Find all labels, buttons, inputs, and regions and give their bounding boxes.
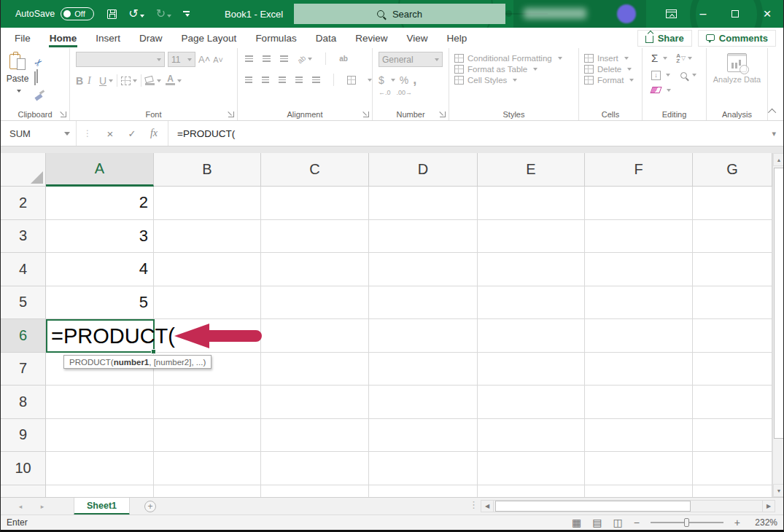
cell[interactable] [154, 286, 261, 320]
cell[interactable] [154, 485, 261, 498]
page-layout-view-button[interactable]: ▤ [592, 517, 602, 528]
tab-file[interactable]: File [1, 28, 40, 48]
row-header-4[interactable]: 4 [1, 253, 46, 286]
cell[interactable] [46, 419, 154, 453]
cell[interactable] [46, 452, 154, 485]
format-as-table-button[interactable]: Format as Table [454, 65, 578, 74]
cell[interactable] [261, 386, 369, 419]
cell[interactable] [369, 485, 478, 498]
underline-button[interactable]: U [99, 75, 106, 87]
copy-button[interactable] [34, 72, 44, 85]
align-center-icon[interactable] [262, 77, 269, 83]
active-cell-editor[interactable]: =PRODUCT( [46, 319, 155, 353]
scroll-down-button[interactable]: ▼ [773, 484, 784, 497]
cell[interactable] [478, 319, 585, 353]
cell[interactable] [369, 187, 478, 220]
analyze-data-button[interactable]: Analyze Data [712, 53, 763, 85]
cell[interactable] [154, 187, 261, 220]
orientation-button[interactable]: ab [298, 52, 312, 65]
column-header-f[interactable]: F [585, 153, 693, 187]
cell[interactable] [261, 419, 369, 453]
align-right-icon[interactable] [279, 77, 286, 83]
cell[interactable] [478, 286, 585, 320]
vertical-scrollbar[interactable]: ▲ ▼ [772, 153, 784, 497]
redo-button[interactable]: ↻ [156, 7, 171, 20]
decrease-indent-icon[interactable] [295, 77, 303, 83]
cell[interactable] [261, 353, 369, 386]
chevron-down-icon[interactable] [177, 79, 182, 82]
cell[interactable] [369, 319, 478, 353]
font-name-select[interactable] [76, 52, 165, 67]
cell[interactable] [585, 419, 693, 453]
cancel-button[interactable]: × [99, 128, 121, 140]
align-bottom-icon[interactable] [280, 55, 288, 62]
search-box[interactable]: Search [294, 4, 505, 24]
formula-bar-grip-icon[interactable]: ⋮ [77, 128, 99, 138]
align-top-icon[interactable] [245, 55, 253, 62]
cell[interactable] [693, 485, 772, 498]
cell[interactable] [585, 452, 693, 485]
cell[interactable] [585, 386, 693, 419]
save-icon[interactable] [107, 9, 117, 19]
row-header-10[interactable]: 10 [1, 452, 46, 485]
cell[interactable] [369, 386, 478, 419]
undo-button[interactable]: ↺ [128, 7, 144, 20]
tab-home[interactable]: Home [40, 28, 87, 48]
row-header-7[interactable]: 7 [1, 353, 46, 386]
zoom-in-button[interactable]: + [734, 517, 740, 528]
sort-filter-button[interactable]: AZ ▽ [676, 53, 692, 63]
minimize-button[interactable]: – [687, 0, 719, 28]
font-color-button[interactable]: A [166, 76, 175, 85]
conditional-formatting-button[interactable]: Conditional Formatting [454, 54, 578, 63]
enter-button[interactable]: ✓ [121, 128, 143, 139]
cell[interactable] [585, 187, 693, 220]
cell-a4[interactable]: 4 [46, 253, 154, 286]
cell[interactable] [585, 253, 693, 286]
cell[interactable] [693, 353, 772, 386]
chevron-down-icon[interactable] [692, 74, 696, 77]
cell[interactable] [154, 419, 261, 453]
cell[interactable] [369, 419, 478, 453]
comma-format-button[interactable]: , [413, 72, 416, 87]
share-button[interactable]: Share [637, 30, 692, 47]
avatar[interactable] [617, 4, 636, 23]
cell[interactable] [261, 253, 369, 286]
chevron-down-icon[interactable] [666, 74, 670, 77]
chevron-down-icon[interactable] [391, 79, 395, 82]
row-header-5[interactable]: 5 [1, 286, 46, 320]
font-size-select[interactable]: 11 [168, 52, 195, 67]
font-dialog-launcher-icon[interactable] [228, 112, 234, 117]
insert-function-button[interactable]: fx [143, 128, 165, 139]
cell[interactable] [585, 220, 693, 254]
cell[interactable] [478, 485, 585, 498]
fill-button[interactable]: ↓ [651, 71, 661, 80]
cell[interactable] [693, 286, 772, 320]
cell[interactable] [585, 485, 693, 498]
chevron-down-icon[interactable] [663, 57, 667, 60]
delete-cells-button[interactable]: Delete [584, 65, 642, 74]
column-header-g[interactable]: G [693, 153, 772, 187]
horizontal-scrollbar-thumb[interactable] [495, 501, 691, 512]
cell[interactable] [693, 187, 772, 220]
cell[interactable] [154, 253, 261, 286]
cell[interactable] [693, 319, 772, 353]
chevron-down-icon[interactable] [667, 89, 671, 92]
cell[interactable] [369, 220, 478, 254]
zoom-level[interactable]: 232% [751, 517, 777, 528]
column-header-b[interactable]: B [154, 153, 261, 187]
cell[interactable] [369, 353, 478, 386]
cell[interactable] [478, 419, 585, 453]
cell[interactable] [478, 353, 585, 386]
sheet-tab-sheet1[interactable]: Sheet1 [74, 498, 130, 515]
row-header-3[interactable]: 3 [1, 220, 46, 254]
expand-formula-bar-icon[interactable]: ▾ [772, 129, 783, 138]
cell-styles-button[interactable]: Cell Styles [454, 76, 578, 85]
zoom-slider[interactable] [651, 522, 723, 523]
scroll-right-button[interactable]: ▶ [762, 500, 775, 512]
chevron-down-icon[interactable] [368, 79, 372, 82]
chevron-down-icon[interactable] [109, 79, 113, 82]
zoom-out-button[interactable]: − [634, 517, 640, 528]
cell[interactable] [693, 419, 772, 453]
select-all-corner[interactable] [1, 153, 46, 187]
cell[interactable] [478, 253, 585, 286]
